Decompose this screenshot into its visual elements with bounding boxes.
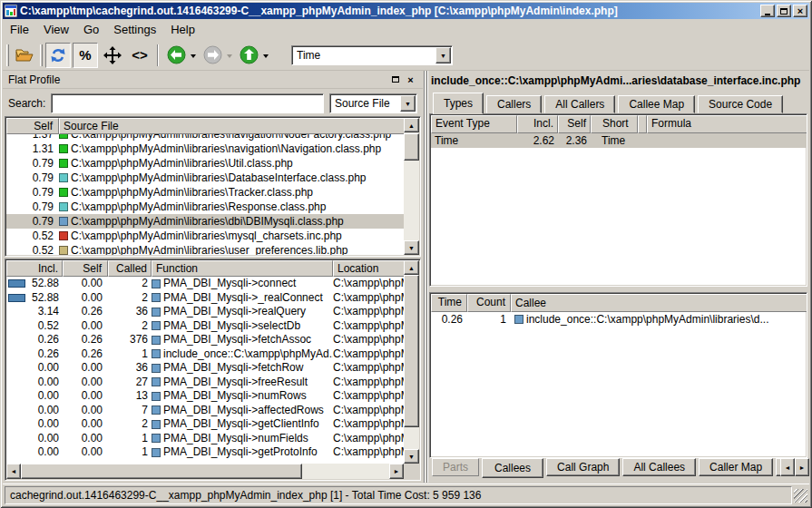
table-row[interactable]: 0.00 0.00 2 PMA_DBI_Mysqli->getClientInf… bbox=[6, 417, 406, 432]
file-icon bbox=[59, 217, 68, 226]
scroll-down-button[interactable]: ▼ bbox=[404, 449, 419, 464]
table-row[interactable]: 52.88 0.00 2 PMA_DBI_Mysqli->_realConnec… bbox=[6, 291, 406, 306]
percent-toggle-button[interactable]: % bbox=[73, 43, 98, 68]
tab-scroll-left-button[interactable]: ◄ bbox=[780, 458, 795, 476]
column-header-incl[interactable]: Incl. bbox=[517, 115, 558, 133]
dock-close-button[interactable]: × bbox=[404, 73, 417, 86]
scroll-down-button[interactable]: ▼ bbox=[404, 240, 419, 255]
scroll-right-button[interactable]: ► bbox=[389, 464, 404, 479]
dock-float-button[interactable] bbox=[388, 73, 402, 86]
table-row[interactable]: 0.79 C:\xampp\phpMyAdmin\libraries\Track… bbox=[6, 185, 406, 200]
menu-item[interactable]: Settings bbox=[106, 21, 163, 38]
column-header-self[interactable]: Self bbox=[558, 115, 591, 133]
menu-item[interactable]: View bbox=[36, 21, 76, 38]
detail-tab[interactable]: Callee Map bbox=[618, 95, 695, 113]
vertical-scrollbar[interactable]: ▲ ▼ bbox=[404, 118, 419, 255]
back-button[interactable] bbox=[163, 43, 189, 68]
scroll-up-button[interactable]: ▲ bbox=[404, 260, 419, 275]
table-row[interactable]: 0.00 0.00 36 PMA_DBI_Mysqli->fetchRow C:… bbox=[6, 361, 406, 376]
table-row[interactable]: Time 2.62 2.36 Time bbox=[431, 133, 807, 148]
table-row[interactable]: 0.26 0.26 1 include_once::C:\xampp\phpMy… bbox=[6, 347, 406, 362]
self-cell: 2.36 bbox=[558, 133, 591, 148]
table-row[interactable]: 0.52 0.00 2 PMA_DBI_Mysqli->selectDb C:\… bbox=[6, 319, 406, 334]
forward-dropdown-caret[interactable] bbox=[227, 54, 232, 61]
file-icon bbox=[59, 144, 68, 153]
table-row[interactable]: 3.14 0.26 36 PMA_DBI_Mysqli->realQuery C… bbox=[6, 305, 406, 319]
up-button[interactable] bbox=[236, 43, 261, 68]
open-file-button[interactable] bbox=[12, 43, 37, 68]
column-header-location[interactable]: Location bbox=[333, 260, 406, 277]
dock-title-bar[interactable]: Flat Profile × bbox=[3, 71, 423, 89]
chevron-down-icon[interactable]: ▼ bbox=[435, 47, 451, 64]
column-header-count[interactable]: Count bbox=[467, 294, 511, 312]
table-row[interactable]: 1.37 C:\xampp\phpMyAdmin\libraries\navig… bbox=[6, 134, 406, 142]
column-header-self[interactable]: Self bbox=[63, 260, 108, 277]
column-header-short[interactable]: Short bbox=[591, 115, 638, 133]
column-header-time[interactable]: Time bbox=[431, 294, 467, 312]
detail-tab[interactable]: Source Code bbox=[698, 95, 783, 113]
expand-collapse-button[interactable]: <> bbox=[127, 43, 152, 68]
toolbar-handle[interactable] bbox=[6, 44, 9, 66]
detail-tab[interactable]: Callers bbox=[486, 95, 542, 113]
detail-tab[interactable]: Types bbox=[433, 93, 484, 114]
tab-scroll-right-button[interactable]: ► bbox=[795, 458, 809, 476]
table-row[interactable]: 0.79 C:\xampp\phpMyAdmin\libraries\Util.… bbox=[6, 156, 406, 171]
scrollbar-thumb[interactable] bbox=[21, 464, 302, 479]
bottom-tab[interactable]: All Callees bbox=[622, 458, 696, 476]
table-row[interactable]: 0.79 C:\xampp\phpMyAdmin\libraries\Respo… bbox=[6, 200, 406, 214]
maximize-button[interactable] bbox=[777, 5, 791, 17]
menu-item[interactable]: Go bbox=[76, 21, 106, 38]
move-button[interactable] bbox=[100, 43, 125, 68]
column-header-source-file[interactable]: Source File bbox=[59, 118, 406, 134]
resize-grip[interactable] bbox=[794, 489, 807, 503]
table-row[interactable]: 0.26 1 include_once::C:\xampp\phpMyAdmin… bbox=[431, 312, 807, 327]
event-type-combobox[interactable]: Time ▼ bbox=[291, 45, 453, 65]
scrollbar-thumb[interactable] bbox=[404, 275, 419, 427]
function-table: Incl. Self Called Function Location 52.8… bbox=[5, 259, 421, 481]
chevron-down-icon[interactable]: ▼ bbox=[400, 95, 416, 112]
column-header-self[interactable]: Self bbox=[6, 118, 59, 134]
refresh-button[interactable] bbox=[45, 43, 71, 68]
table-row[interactable]: 0.00 0.00 1 PMA_DBI_Mysqli->getProtoInfo… bbox=[6, 445, 406, 460]
bottom-tab[interactable]: Call Graph bbox=[546, 458, 620, 476]
column-header-formula[interactable]: Formula bbox=[647, 115, 807, 133]
table-row[interactable]: 0.52 C:\xampp\phpMyAdmin\libraries\mysql… bbox=[6, 229, 406, 243]
menu-item[interactable]: Help bbox=[163, 21, 202, 38]
detail-tab[interactable]: All Callers bbox=[544, 95, 615, 113]
bottom-tab[interactable]: Callees bbox=[482, 458, 543, 478]
table-row[interactable]: 0.00 0.00 13 PMA_DBI_Mysqli->numRows C:\… bbox=[6, 389, 406, 404]
table-row[interactable]: 0.26 0.26 376 PMA_DBI_Mysqli->fetchAssoc… bbox=[6, 333, 406, 347]
column-header-called[interactable]: Called bbox=[108, 260, 152, 277]
minimize-button[interactable] bbox=[760, 5, 775, 17]
back-dropdown-caret[interactable] bbox=[191, 54, 196, 61]
scroll-left-button[interactable]: ◄ bbox=[6, 464, 21, 479]
table-row[interactable]: 0.79 C:\xampp\phpMyAdmin\libraries\dbi\D… bbox=[6, 214, 406, 229]
title-bar[interactable]: C:\xampp\tmp\cachegrind.out.1416463299-C… bbox=[3, 3, 809, 19]
function-cell: PMA_DBI_Mysqli->freeResult bbox=[152, 376, 333, 390]
column-header-callee[interactable]: Callee bbox=[511, 294, 807, 312]
vertical-scrollbar[interactable]: ▲ ▼ bbox=[404, 260, 419, 464]
horizontal-scrollbar[interactable]: ◄ ► bbox=[6, 464, 404, 479]
bottom-tab[interactable]: Parts bbox=[432, 458, 479, 476]
toolbar-handle[interactable] bbox=[40, 44, 43, 66]
table-row[interactable]: 1.31 C:\xampp\phpMyAdmin\libraries\navig… bbox=[6, 142, 406, 156]
table-row[interactable]: 52.88 0.00 2 PMA_DBI_Mysqli->connect C:\… bbox=[6, 277, 406, 291]
menu-item[interactable]: File bbox=[3, 21, 36, 38]
scroll-up-button[interactable]: ▲ bbox=[404, 118, 419, 132]
table-row[interactable]: 0.00 0.00 27 PMA_DBI_Mysqli->freeResult … bbox=[6, 376, 406, 390]
up-dropdown-caret[interactable] bbox=[263, 54, 269, 61]
group-by-combobox[interactable]: Source File ▼ bbox=[329, 93, 417, 113]
table-row[interactable]: 0.79 C:\xampp\phpMyAdmin\libraries\Datab… bbox=[6, 171, 406, 185]
column-header-event-type[interactable]: Event Type bbox=[431, 115, 517, 133]
scrollbar-thumb[interactable] bbox=[404, 133, 419, 161]
table-row[interactable]: 0.52 C:\xampp\phpMyAdmin\libraries\user_… bbox=[6, 243, 406, 255]
close-button[interactable]: × bbox=[793, 5, 807, 17]
bottom-tab[interactable]: Caller Map bbox=[699, 458, 773, 476]
table-row[interactable]: 0.00 0.00 7 PMA_DBI_Mysqli->affectedRows… bbox=[6, 404, 406, 418]
search-input[interactable] bbox=[51, 93, 324, 113]
table-row[interactable]: 0.00 0.00 1 PMA_DBI_Mysqli->numFields C:… bbox=[6, 432, 406, 446]
column-header-function[interactable]: Function bbox=[152, 260, 333, 277]
panel-splitter[interactable] bbox=[423, 71, 429, 483]
column-header-incl[interactable]: Incl. bbox=[6, 260, 63, 277]
forward-button[interactable] bbox=[200, 43, 225, 68]
